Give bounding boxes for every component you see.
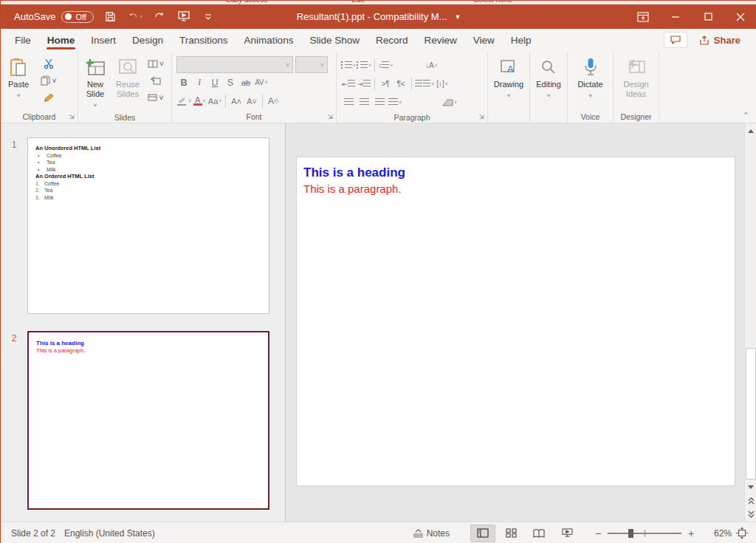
- design-ideas-label: Design Ideas: [617, 80, 655, 99]
- tab-home[interactable]: Home: [39, 29, 83, 51]
- font-caption: Font: [246, 112, 261, 121]
- numbered-list-button[interactable]: ˅: [357, 58, 371, 74]
- align-text-button[interactable]: [↕]˅: [435, 76, 450, 92]
- tab-view[interactable]: View: [465, 29, 503, 51]
- paste-button[interactable]: Paste ˅: [1, 55, 36, 102]
- font-dialog-launcher[interactable]: ⇲: [327, 113, 333, 120]
- align-center-button[interactable]: [357, 95, 371, 111]
- convert-to-smartart-button[interactable]: ˅: [442, 95, 457, 111]
- character-spacing-button[interactable]: AV˅: [254, 75, 269, 91]
- vertical-scrollbar[interactable]: [744, 123, 756, 522]
- tab-review[interactable]: Review: [416, 29, 464, 51]
- tab-transitions[interactable]: Transitions: [171, 29, 236, 51]
- bullet-list-button[interactable]: ˅: [341, 58, 356, 74]
- slide-paragraph-text[interactable]: This is a paragraph.: [303, 182, 735, 195]
- reading-view-button[interactable]: [526, 525, 551, 542]
- normal-view-button[interactable]: [470, 525, 495, 542]
- ribbon-display-options-icon[interactable]: [627, 4, 659, 29]
- text-direction-button[interactable]: ↓A˅: [424, 58, 439, 74]
- tab-animations[interactable]: Animations: [236, 29, 302, 51]
- decrease-font-size-button[interactable]: A˅: [244, 93, 259, 109]
- fit-slide-to-window-button[interactable]: [732, 525, 752, 542]
- editing-button[interactable]: Editing ˅: [532, 55, 565, 102]
- rtl-button[interactable]: ¶<: [394, 76, 408, 92]
- tab-insert[interactable]: Insert: [83, 29, 124, 51]
- zoom-slider-track[interactable]: [608, 533, 681, 534]
- clear-formatting-button[interactable]: A◇: [266, 93, 281, 109]
- slide-sorter-view-button[interactable]: [498, 525, 523, 542]
- bold-button[interactable]: B: [176, 75, 191, 91]
- customize-toolbar-icon[interactable]: [201, 10, 216, 24]
- redo-icon[interactable]: [152, 10, 167, 24]
- language-indicator[interactable]: English (United States): [64, 528, 155, 539]
- align-right-button[interactable]: [372, 95, 387, 111]
- maximize-button[interactable]: [692, 4, 724, 29]
- reuse-slides-label: Reuse Slides: [116, 80, 140, 99]
- paste-label: Paste: [8, 80, 29, 89]
- tab-slide-show[interactable]: Slide Show: [301, 29, 368, 51]
- voice-group: Dictate ˅ Voice: [568, 51, 614, 123]
- reuse-slides-button[interactable]: Reuse Slides: [112, 55, 143, 100]
- text-shadow-button[interactable]: S: [223, 75, 238, 91]
- zoom-in-button[interactable]: +: [684, 527, 698, 539]
- next-slide-button[interactable]: [745, 508, 756, 520]
- increase-font-size-button[interactable]: A˄: [229, 93, 244, 109]
- tab-design[interactable]: Design: [124, 29, 171, 51]
- scroll-up-button[interactable]: [745, 125, 756, 137]
- line-spacing-button[interactable]: ↕˅: [378, 58, 393, 74]
- decrease-indent-button[interactable]: ⇤: [341, 76, 356, 92]
- justify-button[interactable]: ˅: [388, 95, 402, 111]
- zoom-out-button[interactable]: −: [591, 527, 605, 539]
- change-case-button[interactable]: Aa˅: [207, 93, 222, 109]
- new-slide-button[interactable]: New Slide ˅: [78, 55, 112, 112]
- ltr-button[interactable]: >¶: [378, 76, 393, 92]
- zoom-percentage[interactable]: 62%: [702, 528, 732, 539]
- font-color-button[interactable]: A ˅: [192, 93, 207, 109]
- tab-record[interactable]: Record: [368, 29, 416, 51]
- close-button[interactable]: [724, 4, 756, 29]
- comments-button[interactable]: [664, 32, 687, 48]
- increase-indent-button[interactable]: ⇥: [357, 76, 371, 92]
- drawing-button[interactable]: A Drawing ˅: [490, 55, 527, 102]
- copy-button[interactable]: ˅: [39, 73, 58, 88]
- section-button[interactable]: ˅: [146, 90, 165, 105]
- cut-button[interactable]: [39, 56, 58, 71]
- scroll-down-button[interactable]: [745, 481, 756, 493]
- paragraph-dialog-launcher[interactable]: ⇲: [478, 113, 484, 120]
- undo-icon[interactable]: ˅: [128, 10, 142, 24]
- save-icon[interactable]: [103, 10, 118, 24]
- columns-button[interactable]: ˅: [415, 76, 434, 92]
- slide-heading-text[interactable]: This is a heading: [303, 165, 735, 180]
- minimize-button[interactable]: [659, 4, 692, 29]
- scrollbar-thumb[interactable]: [746, 348, 756, 479]
- zoom-midpoint-marker: [645, 530, 645, 537]
- underline-button[interactable]: U: [207, 75, 222, 91]
- autosave-toggle[interactable]: AutoSave Off: [14, 11, 94, 23]
- share-button[interactable]: Share: [693, 33, 746, 47]
- notes-button[interactable]: Notes: [407, 526, 456, 541]
- editing-label: Editing: [536, 80, 561, 89]
- font-name-combobox[interactable]: ˅: [176, 56, 293, 73]
- italic-button[interactable]: I: [192, 75, 207, 91]
- start-slideshow-icon[interactable]: [176, 10, 191, 24]
- tab-file[interactable]: File: [7, 29, 39, 51]
- slideshow-view-button[interactable]: [554, 525, 580, 542]
- slide-canvas[interactable]: This is a heading This is a paragraph.: [296, 157, 735, 486]
- strikethrough-button[interactable]: ab: [238, 75, 253, 91]
- dictate-button[interactable]: Dictate ˅: [574, 55, 606, 102]
- text-highlight-button[interactable]: ˅: [176, 93, 191, 109]
- font-size-combobox[interactable]: ˅: [295, 56, 328, 73]
- align-left-button[interactable]: [341, 95, 356, 111]
- previous-slide-button[interactable]: [745, 495, 756, 507]
- slide-indicator[interactable]: Slide 2 of 2: [1, 528, 64, 539]
- design-ideas-button[interactable]: Design Ideas: [614, 55, 659, 100]
- slide-2-thumbnail[interactable]: This is a heading This is a paragraph.: [27, 331, 269, 510]
- slide-1-thumbnail[interactable]: An Unordered HTML List •Coffee •Tea •Mil…: [27, 137, 269, 314]
- tab-help[interactable]: Help: [503, 29, 540, 51]
- reset-slide-button[interactable]: [146, 73, 165, 88]
- format-painter-button[interactable]: [39, 90, 58, 105]
- zoom-slider-thumb[interactable]: [628, 529, 633, 538]
- collapse-ribbon-button[interactable]: ⌃: [743, 111, 749, 120]
- clipboard-dialog-launcher[interactable]: ⇲: [69, 113, 75, 120]
- slide-layout-button[interactable]: ˅: [146, 56, 165, 71]
